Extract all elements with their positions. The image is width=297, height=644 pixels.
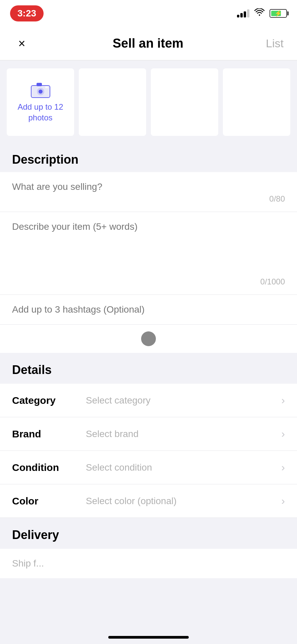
photos-section: Add up to 12 photos [0,60,297,144]
add-photos-label: Add up to 12 photos [7,102,74,122]
status-icons: ⚡ [237,8,287,19]
category-label: Category [12,395,86,406]
category-row[interactable]: Category Select category › [0,384,297,417]
scroll-indicator [0,325,297,353]
brand-value: Select brand [86,429,281,439]
description-char-count: 0/1000 [12,275,285,291]
delivery-title: Delivery [12,528,285,542]
brand-label: Brand [12,428,86,440]
hashtag-field[interactable] [0,295,297,325]
photo-slot-2[interactable] [79,68,146,136]
color-label: Color [12,495,86,507]
details-section-header: Details [0,353,297,384]
status-bar: 3:23 ⚡ [0,0,297,27]
list-button[interactable]: List [266,37,284,50]
add-photos-button[interactable]: Add up to 12 photos [7,68,74,136]
battery-icon: ⚡ [270,9,287,18]
home-indicator [108,636,189,639]
title-input[interactable] [12,181,285,192]
svg-rect-4 [45,86,48,88]
description-field[interactable]: 0/1000 [0,212,297,295]
camera-icon [31,82,51,98]
brand-row[interactable]: Brand Select brand › [0,417,297,451]
close-button[interactable]: × [13,35,30,52]
color-chevron-icon: › [281,495,285,507]
condition-value: Select condition [86,462,281,473]
color-value: Select color (optional) [86,496,281,506]
delivery-section-header: Delivery [0,518,297,549]
svg-rect-3 [37,83,42,86]
photo-slot-3[interactable] [151,68,218,136]
shipping-row-partial: Ship f... [0,549,297,578]
svg-point-2 [39,90,43,94]
color-row[interactable]: Color Select color (optional) › [0,484,297,518]
scroll-dot [141,331,156,346]
description-input[interactable] [12,221,285,275]
status-time: 3:23 [10,5,44,21]
hashtag-input[interactable] [12,304,285,315]
page-title: Sell an item [113,36,183,51]
description-section-header: Description [0,144,297,172]
signal-bars-icon [237,9,249,17]
brand-chevron-icon: › [281,428,285,440]
details-title: Details [12,363,285,377]
shipping-label-partial: Ship f... [12,558,44,569]
wifi-icon [254,8,265,19]
category-chevron-icon: › [281,394,285,407]
condition-row[interactable]: Condition Select condition › [0,451,297,484]
photo-slot-4[interactable] [223,68,290,136]
category-value: Select category [86,395,281,406]
condition-chevron-icon: › [281,461,285,474]
title-field[interactable]: 0/80 [0,172,297,212]
condition-label: Condition [12,462,86,473]
nav-header: × Sell an item List [0,27,297,60]
title-char-count: 0/80 [12,192,285,208]
description-title: Description [12,153,285,167]
